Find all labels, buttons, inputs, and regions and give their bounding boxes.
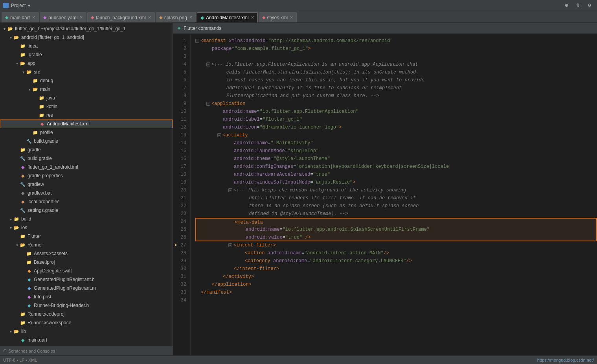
line-content-4: <!-- io.flutter.app.FlutterApplication i… bbox=[211, 62, 418, 67]
tree-label-build_gradle_android: build.gradle bbox=[28, 156, 52, 161]
code-line-10: android:name="io.flutter.app.FlutterAppl… bbox=[195, 108, 597, 116]
tree-item-base_lproj[interactable]: 📁Base.lproj bbox=[0, 258, 173, 267]
tree-item-gradlew[interactable]: 🔧gradlew bbox=[0, 180, 173, 189]
tab-main-dart[interactable]: ◆ main.dart ✕ bbox=[2, 12, 39, 22]
toolbar-action-2[interactable]: ⇅ bbox=[574, 2, 582, 8]
line-content-20: <!-- This keeps the window background of… bbox=[233, 188, 406, 193]
tree-item-flutter_go_1_android_iml[interactable]: ◆flutter_go_1_android.iml bbox=[0, 163, 173, 171]
tree-arrow-src[interactable]: ▾ bbox=[20, 70, 26, 74]
tree-arrow-runner[interactable]: ▾ bbox=[14, 243, 20, 247]
fold-indicator-27[interactable]: − bbox=[228, 243, 232, 247]
toolbar-action-3[interactable]: ⚙ bbox=[585, 2, 594, 8]
tree-arrow-ios[interactable]: ▾ bbox=[8, 226, 13, 230]
tree-item-gradlew_bat[interactable]: ◆gradlew.bat bbox=[0, 189, 173, 197]
tab-close-splash[interactable]: ✕ bbox=[189, 15, 193, 20]
tree-item-flutter_go_1_root[interactable]: ▾📂flutter_go_1 ~/project/studio/flutter_… bbox=[0, 24, 173, 33]
tree-label-java: java bbox=[46, 95, 55, 101]
dropdown-arrow[interactable]: ▾ bbox=[28, 3, 30, 8]
tree-label-android: android [flutter_go_1_android] bbox=[21, 35, 84, 40]
tree-label-runner: Runner bbox=[28, 242, 43, 248]
tree-label-runner_bridging_header: Runner-Bridging-Header.h bbox=[34, 303, 89, 308]
tree-item-java[interactable]: 📁java bbox=[0, 94, 173, 102]
tree-item-generatedpluginregistrant_h[interactable]: ◆GeneratedPluginRegistrant.h bbox=[0, 275, 173, 284]
code-line-15: android:launchMode="singleTop" bbox=[195, 147, 597, 155]
gradle-icon-build_gradle_android: 🔧 bbox=[20, 156, 26, 161]
tree-arrow-flutter_go_1_root[interactable]: ▾ bbox=[2, 27, 7, 31]
tree-item-kotlin[interactable]: 📁kotlin bbox=[0, 102, 173, 111]
properties-icon-local_properties: ◆ bbox=[20, 199, 26, 204]
fold-indicator-4[interactable]: − bbox=[206, 63, 210, 66]
tree-item-androidmanifest_file[interactable]: ◆AndroidManifest.xml bbox=[0, 119, 173, 128]
tree-arrow-main[interactable]: ▾ bbox=[27, 87, 32, 92]
tab-styles-xml[interactable]: ◆ styles.xml ✕ bbox=[259, 12, 297, 22]
folder-icon-runner_xcodeproj: 📁 bbox=[20, 311, 26, 317]
code-line-34 bbox=[195, 296, 597, 304]
tree-item-runner_xcworkspace[interactable]: 📁Runner.xcworkspace bbox=[0, 318, 173, 327]
tree-item-build_gradle_android[interactable]: 🔧build.gradle bbox=[0, 154, 173, 163]
line-number-19: 19 bbox=[173, 178, 190, 186]
tab-label: pubspec.yaml bbox=[48, 15, 77, 20]
tree-arrow-app[interactable]: ▾ bbox=[14, 61, 20, 66]
tab-androidmanifest[interactable]: ◆ AndroidManifest.xml ✕ bbox=[197, 12, 258, 22]
code-editor[interactable]: 1234567891011121314151617181920212223242… bbox=[173, 34, 597, 355]
line-content-33: </manifest> bbox=[201, 290, 232, 295]
toolbar-action-1[interactable]: ⊕ bbox=[562, 2, 571, 8]
code-line-7: additional functionality it is fine to s… bbox=[195, 84, 597, 92]
tree-arrow-lib[interactable]: ▾ bbox=[8, 329, 13, 334]
line-content-6: In most cases you can leave this as-is, … bbox=[201, 77, 424, 83]
tree-item-res[interactable]: 📁res bbox=[0, 111, 173, 119]
folder-icon-res: 📁 bbox=[39, 112, 45, 118]
folder-icon-idea: 📁 bbox=[20, 43, 26, 49]
tab-close-styles[interactable]: ✕ bbox=[290, 15, 293, 20]
code-line-29: <category android:name="android.intent.c… bbox=[195, 257, 597, 265]
tree-item-idea[interactable]: 📁.idea bbox=[0, 42, 173, 50]
scratches-consoles[interactable]: ⊙ Scratches and Consoles bbox=[3, 348, 55, 353]
tree-item-profile[interactable]: 📁profile bbox=[0, 128, 173, 137]
tab-label: main.dart bbox=[10, 15, 30, 20]
tree-item-gradle_properties[interactable]: ◆gradle.properties bbox=[0, 171, 173, 180]
fold-indicator-1[interactable]: − bbox=[195, 39, 199, 43]
fold-indicator-13[interactable]: − bbox=[217, 133, 221, 137]
fold-indicator-20[interactable]: − bbox=[228, 188, 232, 192]
tree-label-androidmanifest_file: AndroidManifest.xml bbox=[47, 121, 90, 127]
tree-item-runner_xcodeproj[interactable]: 📁Runner.xcodeproj bbox=[0, 310, 173, 318]
tree-item-generatedpluginregistrant_m[interactable]: ◆GeneratedPluginRegistrant.m bbox=[0, 284, 173, 292]
tab-pubspec-yaml[interactable]: ◆ pubspec.yaml ✕ bbox=[40, 12, 86, 22]
tab-close-main-dart[interactable]: ✕ bbox=[32, 15, 35, 20]
tree-item-android[interactable]: ▾📂android [flutter_go_1_android] bbox=[0, 33, 173, 42]
tree-item-appdelegate_swift[interactable]: ◆AppDelegate.swift bbox=[0, 267, 173, 275]
tab-close-pubspec[interactable]: ✕ bbox=[79, 15, 83, 20]
tree-item-info_plist[interactable]: ◆Info.plist bbox=[0, 292, 173, 301]
tree-item-app[interactable]: ▾📂app bbox=[0, 59, 173, 68]
tree-item-runner_bridging_header[interactable]: ◆Runner-Bridging-Header.h bbox=[0, 301, 173, 310]
tree-item-gradle_folder[interactable]: 📁gradle bbox=[0, 145, 173, 154]
tree-item-flutter_ios[interactable]: 📁Flutter bbox=[0, 232, 173, 241]
tree-item-lib[interactable]: ▾📂lib bbox=[0, 327, 173, 336]
tree-item-settings_gradle[interactable]: 🔧settings.gradle bbox=[0, 206, 173, 215]
tree-item-debug[interactable]: 📁debug bbox=[0, 76, 173, 85]
tree-item-build_gradle_app[interactable]: 🔧build.gradle bbox=[0, 137, 173, 145]
fold-indicator-9[interactable]: − bbox=[206, 102, 210, 106]
line-content-17: android:configChanges="orientation|keybo… bbox=[234, 164, 449, 169]
tab-close-androidmanifest[interactable]: ✕ bbox=[251, 15, 254, 20]
tree-label-local_properties: local.properties bbox=[28, 199, 59, 204]
tree-item-main[interactable]: ▾📂main bbox=[0, 85, 173, 94]
tree-arrow-android[interactable]: ▾ bbox=[8, 35, 13, 40]
tree-item-ios[interactable]: ▾📂ios bbox=[0, 223, 173, 232]
tab-splash-png[interactable]: ◆ splash.png ✕ bbox=[156, 12, 196, 22]
tree-item-assets_xcassets[interactable]: 📁Assets.xcassets bbox=[0, 249, 173, 258]
tree-arrow-build[interactable]: ▸ bbox=[8, 217, 13, 221]
tab-close-launch[interactable]: ✕ bbox=[148, 15, 151, 20]
tree-label-idea: .idea bbox=[28, 43, 38, 49]
line-number-26: 26 bbox=[173, 233, 190, 241]
tree-item-lib_main_dart[interactable]: ◆main.dart bbox=[0, 336, 173, 344]
tab-launch-background[interactable]: ◆ launch_background.xml ✕ bbox=[87, 12, 155, 22]
tree-item-runner[interactable]: ▾📂Runner bbox=[0, 241, 173, 249]
tree-item-gradle[interactable]: 📁.gradle bbox=[0, 50, 173, 59]
tree-item-local_properties[interactable]: ◆local.properties bbox=[0, 197, 173, 206]
line-number-23: 23 bbox=[173, 210, 190, 218]
tree-item-src[interactable]: ▾📂src bbox=[0, 68, 173, 76]
code-line-32: </application> bbox=[195, 281, 597, 289]
tree-label-build_gradle_app: build.gradle bbox=[34, 138, 58, 144]
tree-item-build[interactable]: ▸📁build bbox=[0, 215, 173, 223]
